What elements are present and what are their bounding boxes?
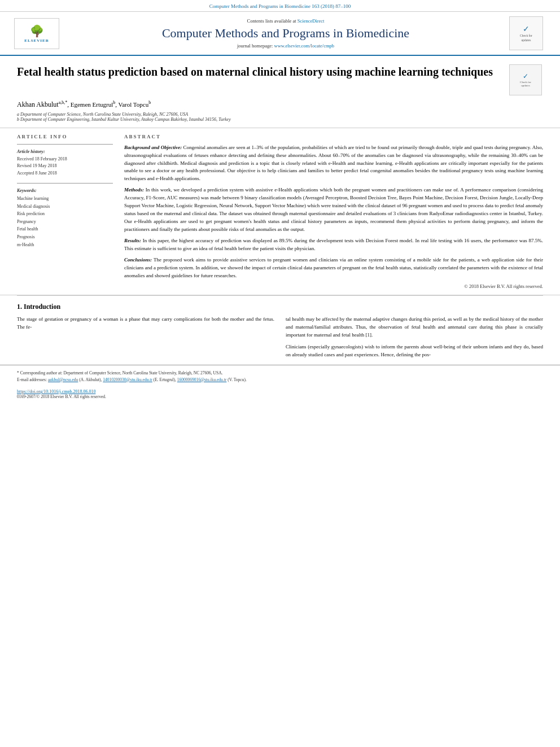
- results-label: Results:: [124, 238, 141, 243]
- introduction-heading: 1. Introduction: [17, 303, 543, 311]
- abstract-text: Background and Objective: Congenital ano…: [124, 144, 543, 280]
- intro-left-col: The stage of gestation or pregnancy of a…: [17, 316, 274, 360]
- email2-link[interactable]: 14010200030@stu.iku.edu.tr: [103, 377, 152, 382]
- methods-text: In this work, we developed a prediction …: [124, 187, 543, 232]
- affiliation-a: a Department of Computer Science, North …: [17, 112, 543, 117]
- check-icon: ✓: [523, 24, 530, 34]
- keyword-3: Risk prediction: [17, 210, 113, 218]
- abstract-results: Results: In this paper, the highest accu…: [124, 237, 543, 253]
- abstract-conclusions: Conclusions: The proposed work aims to p…: [124, 256, 543, 280]
- affiliation-b: b Department of Computer Engineering, Is…: [17, 117, 543, 122]
- journal-citation: Computer Methods and Programs in Biomedi…: [0, 0, 560, 12]
- doi-section: https://doi.org/10.1016/j.cmpb.2018.06.0…: [0, 386, 560, 401]
- logo-box: 🌳 ELSEVIER: [14, 18, 59, 49]
- email3-link[interactable]: 16000069016@stu.iku.edu.tr: [177, 377, 227, 382]
- keyword-1: Machine learning: [17, 195, 113, 203]
- author1-name: Akhan Akbulut: [17, 101, 59, 108]
- intro-left-para: The stage of gestation or pregnancy of a…: [17, 316, 274, 331]
- article-title: Fetal health status prediction based on …: [17, 64, 501, 79]
- affiliations: a Department of Computer Science, North …: [17, 112, 543, 122]
- journal-header: 🌳 ELSEVIER Contents lists available at S…: [0, 12, 560, 56]
- conclusions-text: The proposed work aims to provide assist…: [124, 257, 543, 278]
- elsevier-text: ELSEVIER: [24, 38, 49, 43]
- check-updates-box: ✓ Check forupdates: [509, 16, 549, 50]
- article-info-abstract-section: ARTICLE INFO Article history: Received 1…: [0, 128, 560, 295]
- check-updates-corner: ✓ Check forupdates: [509, 64, 543, 95]
- background-text: Congenital anomalies are seen at 1–3% of…: [124, 145, 543, 182]
- check-mark-icon: ✓: [523, 72, 528, 81]
- abstract-heading: ABSTRACT: [124, 134, 543, 139]
- received-date: Received 18 February 2018: [17, 156, 113, 163]
- keywords-heading: Keywords:: [17, 188, 113, 193]
- accepted-date: Accepted 8 June 2018: [17, 170, 113, 177]
- journal-title: Computer Methods and Programs in Biomedi…: [62, 26, 509, 41]
- introduction-section: 1. Introduction The stage of gestation o…: [0, 296, 560, 365]
- corresponding-author: * Corresponding author at: Department of…: [17, 370, 543, 376]
- email1-link[interactable]: aakbul@ncsu.edu: [48, 377, 78, 382]
- citation-text: Computer Methods and Programs in Biomedi…: [209, 3, 351, 9]
- intro-two-col: The stage of gestation or pregnancy of a…: [17, 316, 543, 360]
- abstract-methods: Methods: In this work, we developed a pr…: [124, 186, 543, 234]
- intro-right-para1: tal health may be affected by the matern…: [286, 316, 543, 339]
- abstract-col: ABSTRACT Background and Objective: Conge…: [124, 134, 543, 289]
- copyright-line: © 2018 Elsevier B.V. All rights reserved…: [124, 283, 543, 289]
- elsevier-logo: 🌳 ELSEVIER: [11, 18, 62, 49]
- abstract-background: Background and Objective: Congenital ano…: [124, 144, 543, 184]
- keywords-list: Machine learning Medical diagnosis Risk …: [17, 195, 113, 248]
- keyword-6: Prognosis: [17, 233, 113, 241]
- footnote-section: * Corresponding author at: Department of…: [0, 365, 560, 386]
- author1-sup: a,b,*: [59, 100, 68, 105]
- keyword-5: Fetal health: [17, 225, 113, 233]
- intro-right-col: tal health may be affected by the matern…: [286, 316, 543, 360]
- keyword-2: Medical diagnosis: [17, 203, 113, 211]
- author3-name: , Varol Topcu: [115, 101, 148, 108]
- authors-line: Akhan Akbuluta,b,*, Egemen Ertugrulb, Va…: [17, 100, 543, 109]
- tree-icon: 🌳: [30, 24, 44, 38]
- journal-homepage: journal homepage: www.elsevier.com/locat…: [62, 43, 509, 49]
- revised-date: Revised 19 May 2018: [17, 163, 113, 170]
- article-info-heading: ARTICLE INFO: [17, 134, 113, 139]
- background-label: Background and Objective:: [124, 145, 182, 150]
- article-info-col: ARTICLE INFO Article history: Received 1…: [17, 134, 113, 289]
- info-divider: [17, 144, 113, 145]
- email-addresses: E-mail addresses: aakbul@ncsu.edu (A. Ak…: [17, 377, 543, 383]
- author2-name: , Egemen Ertugrul: [67, 101, 113, 108]
- doi-link[interactable]: https://doi.org/10.1016/j.cmpb.2018.06.0…: [17, 389, 95, 394]
- intro-right-para2: Clinicians (especially gynaecologists) w…: [286, 343, 543, 359]
- article-history-group: Article history: Received 18 February 20…: [17, 149, 113, 177]
- check-badge-corner: ✓ Check forupdates: [509, 64, 542, 95]
- keyword-4: Pregnancy: [17, 218, 113, 226]
- keyword-7: m-Health: [17, 241, 113, 249]
- keywords-divider: [17, 183, 113, 184]
- keywords-group: Keywords: Machine learning Medical diagn…: [17, 188, 113, 248]
- history-heading: Article history:: [17, 149, 113, 154]
- check-updates-badge: ✓ Check forupdates: [509, 16, 543, 50]
- author3-sup: b: [148, 100, 151, 105]
- contents-line: Contents lists available at ScienceDirec…: [62, 18, 509, 24]
- article-title-section: Fetal health status prediction based on …: [0, 56, 560, 128]
- issn-line: 0169-2607/© 2018 Elsevier B.V. All right…: [17, 394, 543, 399]
- journal-center: Contents lists available at ScienceDirec…: [62, 18, 509, 49]
- conclusions-label: Conclusions:: [124, 257, 152, 263]
- methods-label: Methods:: [124, 187, 144, 193]
- results-text: In this paper, the highest accuracy of p…: [124, 238, 543, 251]
- title-row: Fetal health status prediction based on …: [17, 64, 543, 95]
